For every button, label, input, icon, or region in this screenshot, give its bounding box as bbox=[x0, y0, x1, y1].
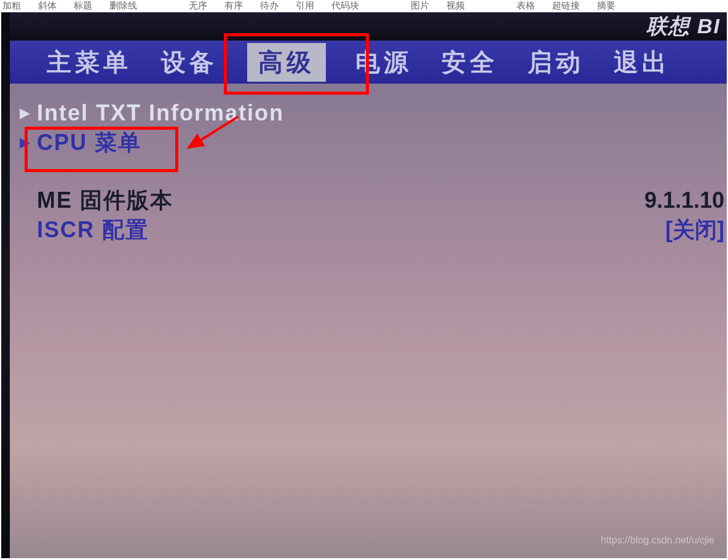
menu-advanced[interactable]: 高级 bbox=[247, 43, 326, 82]
toolbar-ordered[interactable]: 有序 bbox=[224, 0, 243, 12]
menu-device[interactable]: 设备 bbox=[161, 45, 218, 79]
toolbar-strike[interactable]: 删除线 bbox=[109, 0, 137, 12]
watermark: https://blog.csdn.net/u/cjie bbox=[601, 535, 714, 546]
editor-toolbar: 加粗 斜体 标题 删除线 无序 有序 待办 引用 代码块 图片 视频 表格 超链… bbox=[0, 0, 728, 12]
toolbar-table[interactable]: 表格 bbox=[516, 0, 535, 12]
menu-exit[interactable]: 退出 bbox=[614, 45, 670, 79]
bios-top-menu: 主菜单 设备 高级 电源 安全 启动 退出 bbox=[10, 41, 727, 84]
toolbar-todo[interactable]: 待办 bbox=[260, 0, 279, 12]
bios-screenshot: 联想 BI 主菜单 设备 高级 电源 安全 启动 退出 ▶ Intel TXT … bbox=[1, 12, 727, 558]
iscr-value: [关闭] bbox=[665, 215, 724, 245]
menu-power[interactable]: 电源 bbox=[355, 45, 412, 79]
menu-main[interactable]: 主菜单 bbox=[47, 45, 132, 79]
triangle-icon: ▶ bbox=[20, 105, 32, 121]
toolbar-italic[interactable]: 斜体 bbox=[38, 0, 57, 12]
intel-txt-label: Intel TXT Information bbox=[37, 100, 284, 126]
cpu-menu-row[interactable]: ▶ CPU 菜单 bbox=[20, 128, 727, 157]
intel-txt-row[interactable]: ▶ Intel TXT Information bbox=[20, 98, 727, 128]
toolbar-codeblock[interactable]: 代码块 bbox=[331, 0, 359, 12]
toolbar-video[interactable]: 视频 bbox=[446, 0, 465, 12]
screen-bezel bbox=[1, 12, 10, 558]
cpu-menu-label: CPU 菜单 bbox=[37, 128, 141, 158]
bios-brand-bar: 联想 BI bbox=[10, 12, 727, 41]
me-firmware-value: 9.1.1.10 bbox=[644, 187, 724, 213]
toolbar-quote[interactable]: 引用 bbox=[296, 0, 314, 12]
menu-boot[interactable]: 启动 bbox=[528, 45, 584, 79]
toolbar-link[interactable]: 超链接 bbox=[552, 0, 580, 12]
brand-text: 联想 BI bbox=[646, 12, 721, 41]
me-firmware-row: ME 固件版本 9.1.1.10 bbox=[20, 186, 727, 215]
triangle-icon: ▶ bbox=[20, 135, 32, 151]
menu-security[interactable]: 安全 bbox=[441, 45, 498, 79]
toolbar-unordered[interactable]: 无序 bbox=[189, 0, 207, 12]
toolbar-summary[interactable]: 摘要 bbox=[597, 0, 615, 12]
toolbar-heading[interactable]: 标题 bbox=[74, 0, 92, 12]
toolbar-bold[interactable]: 加粗 bbox=[2, 0, 21, 12]
iscr-label: ISCR 配置 bbox=[37, 215, 149, 245]
iscr-row[interactable]: ISCR 配置 [关闭] bbox=[20, 215, 727, 245]
bios-content: ▶ Intel TXT Information ▶ CPU 菜单 ME 固件版本… bbox=[20, 98, 727, 245]
me-firmware-label: ME 固件版本 bbox=[37, 186, 173, 216]
toolbar-image[interactable]: 图片 bbox=[411, 0, 429, 12]
